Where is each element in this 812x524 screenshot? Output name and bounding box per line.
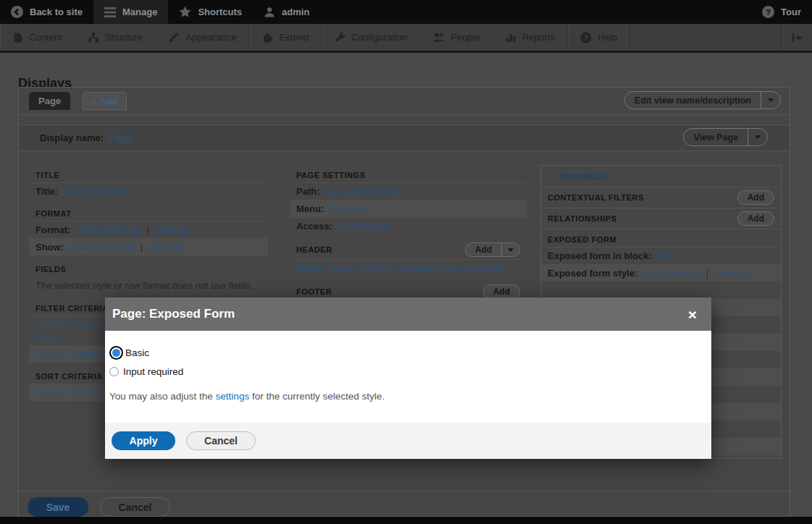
manage-label: Manage bbox=[122, 7, 157, 17]
menu-item-structure[interactable]: Structure bbox=[75, 24, 156, 51]
edit-view-name-button[interactable]: Edit view name/description bbox=[624, 91, 781, 109]
contextual-filters-add-button[interactable]: Add bbox=[737, 190, 774, 205]
menu-item-reports[interactable]: Reports bbox=[493, 24, 569, 51]
radio-option-basic[interactable]: Basic bbox=[109, 346, 704, 360]
view-page-label: View Page bbox=[684, 132, 748, 143]
exposed-form-style-row: Exposed form style:Input required|Settin… bbox=[541, 264, 781, 282]
tour-label: Tour bbox=[781, 7, 801, 17]
modal-footer: Apply Cancel bbox=[105, 423, 711, 459]
tour-button[interactable]: ? Tour bbox=[751, 0, 812, 24]
edit-view-name-label: Edit view name/description bbox=[625, 96, 761, 106]
format-settings-link[interactable]: Settings bbox=[155, 224, 189, 235]
footer-add-button[interactable]: Add bbox=[483, 284, 520, 299]
exposed-form-modal: Page: Exposed Form × Basic Input require… bbox=[105, 297, 711, 459]
chevron-down-icon bbox=[768, 98, 774, 102]
format-label: Format: bbox=[35, 224, 70, 235]
view-page-button[interactable]: View Page bbox=[683, 128, 768, 146]
toolbar-spacer bbox=[320, 0, 751, 24]
menu-label: Structure bbox=[105, 32, 143, 43]
modal-cancel-button[interactable]: Cancel bbox=[186, 431, 256, 450]
show-settings-link[interactable]: Settings bbox=[148, 242, 183, 253]
menu-label: Reports bbox=[522, 32, 556, 43]
menu-value-link[interactable]: No menu bbox=[328, 203, 367, 214]
relationships-add-button[interactable]: Add bbox=[737, 211, 774, 226]
menu-label: Appearance bbox=[185, 32, 236, 43]
menu-item-appearance[interactable]: Appearance bbox=[156, 24, 249, 51]
plus-icon: + bbox=[91, 96, 97, 106]
user-icon bbox=[264, 7, 275, 18]
column-middle: PAGE SETTINGS Path:/solr-search/content … bbox=[290, 167, 527, 301]
cancel-button[interactable]: Cancel bbox=[100, 497, 170, 517]
menu-item-configuration[interactable]: Configuration bbox=[322, 24, 420, 51]
save-button[interactable]: Save bbox=[28, 497, 88, 517]
header-section: HEADER Add bbox=[290, 240, 527, 259]
svg-text:?: ? bbox=[766, 7, 771, 17]
radio-input-required-label: Input required bbox=[123, 366, 183, 377]
actions-divider bbox=[19, 491, 790, 491]
header-item-link[interactable]: Global: Result summary (Global: Result s… bbox=[296, 263, 506, 274]
add-display-button[interactable]: +Add bbox=[83, 92, 127, 110]
exposed-block-value-link[interactable]: Yes bbox=[656, 250, 671, 261]
access-row: Access:Unrestricted bbox=[290, 217, 527, 234]
puzzle-icon bbox=[261, 32, 273, 43]
menu-bar-spacer bbox=[630, 24, 781, 51]
bar-chart-icon bbox=[506, 32, 516, 43]
title-section-header: TITLE bbox=[29, 167, 268, 182]
modal-note: You may also adjust the settings for the… bbox=[109, 391, 704, 402]
settings-link[interactable]: settings bbox=[216, 391, 250, 402]
title-value-link[interactable]: Search Content bbox=[62, 186, 127, 197]
menu-item-people[interactable]: People bbox=[420, 24, 493, 51]
shortcuts-menu-item[interactable]: Shortcuts bbox=[168, 0, 253, 24]
menu-item-help[interactable]: ? Help bbox=[568, 24, 630, 51]
separator: | bbox=[146, 224, 148, 235]
menu-item-extend[interactable]: Extend bbox=[249, 24, 321, 51]
exposed-style-value-link[interactable]: Input required bbox=[642, 268, 700, 279]
path-label: Path: bbox=[296, 186, 320, 197]
header-item-row: Global: Result summary (Global: Result s… bbox=[290, 259, 527, 276]
radio-option-input-required[interactable]: Input required bbox=[109, 366, 704, 377]
people-icon bbox=[432, 32, 445, 43]
path-value-link[interactable]: /solr-search/content bbox=[325, 186, 407, 197]
apply-button[interactable]: Apply bbox=[112, 431, 175, 450]
back-to-site-button[interactable]: Back to site bbox=[0, 0, 93, 24]
paintbrush-icon bbox=[168, 32, 180, 43]
separator: | bbox=[706, 268, 708, 279]
toolbar-orientation-toggle[interactable] bbox=[781, 24, 812, 51]
edit-view-name-dropdown[interactable] bbox=[761, 92, 780, 109]
menu-item-content[interactable]: Content bbox=[0, 24, 75, 51]
header-section-header: HEADER bbox=[296, 245, 332, 254]
contextual-filters-section: CONTEXTUAL FILTERS Add bbox=[541, 187, 781, 208]
menu-label: People bbox=[451, 32, 480, 43]
bottom-strip bbox=[0, 517, 812, 524]
admin-user-menu-item[interactable]: admin bbox=[253, 0, 320, 24]
exposed-form-block-row: Exposed form in block:Yes bbox=[541, 247, 781, 264]
modal-body: Basic Input required You may also adjust… bbox=[105, 331, 711, 423]
advanced-row bbox=[541, 282, 781, 299]
modal-title-bar: Page: Exposed Form × bbox=[105, 297, 711, 331]
access-value-link[interactable]: Unrestricted bbox=[337, 221, 388, 232]
show-row: Show:Rendered entity|Settings bbox=[29, 238, 268, 255]
exposed-style-settings-link[interactable]: Settings bbox=[714, 268, 748, 279]
exposed-style-label: Exposed form style: bbox=[548, 268, 637, 279]
star-icon bbox=[179, 6, 191, 18]
hamburger-icon bbox=[104, 7, 116, 17]
shortcuts-label: Shortcuts bbox=[198, 7, 242, 17]
advanced-toggle[interactable]: ADVANCED bbox=[541, 166, 781, 187]
partially-hidden-link[interactable]: o bbox=[714, 371, 719, 382]
show-value-link[interactable]: Rendered entity bbox=[68, 242, 135, 253]
question-circle-icon: ? bbox=[762, 6, 774, 18]
format-value-link[interactable]: Unformatted list bbox=[75, 224, 141, 235]
display-name-bar: Display name: Page View Page bbox=[19, 124, 790, 151]
close-icon[interactable]: × bbox=[681, 307, 704, 322]
radio-selected-icon bbox=[111, 347, 122, 358]
menu-label: Extend bbox=[279, 32, 308, 43]
header-add-button[interactable]: Add bbox=[465, 242, 520, 257]
header-add-dropdown[interactable] bbox=[501, 243, 519, 256]
display-name-link[interactable]: Page bbox=[109, 132, 131, 143]
sitemap-icon bbox=[88, 32, 99, 43]
tab-page[interactable]: Page bbox=[29, 92, 70, 110]
manage-menu-item[interactable]: Manage bbox=[93, 0, 168, 24]
note-text: for the currently selected style. bbox=[249, 391, 385, 402]
fields-section-header: FIELDS bbox=[29, 261, 268, 276]
view-page-dropdown[interactable] bbox=[748, 129, 767, 145]
